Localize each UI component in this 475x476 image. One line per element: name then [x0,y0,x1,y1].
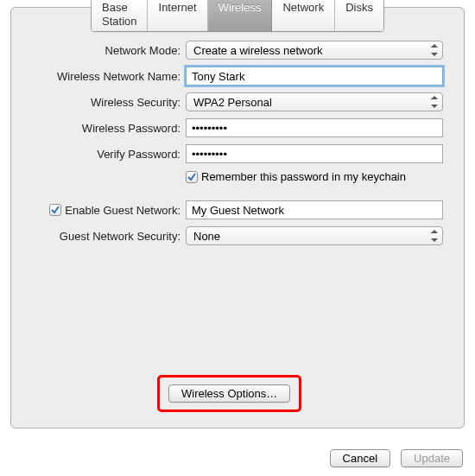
highlight-frame: Wireless Options… [157,375,301,412]
settings-tabs: Base Station Internet Wireless Network D… [91,0,384,32]
tab-disks[interactable]: Disks [335,0,383,31]
tab-internet[interactable]: Internet [149,0,208,31]
enable-guest-label: Enable Guest Network: [65,204,180,217]
remember-keychain-row[interactable]: Remember this password in my keychain [186,170,443,183]
tab-base-station[interactable]: Base Station [92,0,148,31]
dialog-footer: Cancel Update [330,449,463,467]
check-icon [187,173,196,181]
verify-password-input[interactable] [186,144,443,163]
updown-icon [430,43,439,57]
network-mode-label: Network Mode: [32,44,186,57]
wireless-name-label: Wireless Network Name: [32,70,186,83]
enable-guest-checkbox[interactable] [49,204,61,216]
remember-keychain-checkbox[interactable] [186,171,198,183]
wireless-security-label: Wireless Security: [32,96,186,109]
wireless-name-input[interactable] [186,67,443,86]
updown-icon [430,95,439,109]
wireless-security-select[interactable]: WPA2 Personal [186,92,443,111]
wireless-password-input[interactable] [186,118,443,137]
wireless-settings-panel: Base Station Internet Wireless Network D… [10,7,465,428]
check-icon [51,206,60,214]
guest-security-label: Guest Network Security: [32,230,186,243]
cancel-button[interactable]: Cancel [330,449,390,467]
update-button[interactable]: Update [401,449,463,467]
tab-network[interactable]: Network [272,0,335,31]
verify-password-label: Verify Password: [32,148,186,161]
network-mode-select[interactable]: Create a wireless network [186,41,443,60]
remember-keychain-label: Remember this password in my keychain [201,170,406,183]
tab-wireless[interactable]: Wireless [208,0,273,31]
updown-icon [430,229,439,243]
wireless-password-label: Wireless Password: [32,122,186,135]
guest-security-select[interactable]: None [186,226,443,245]
wireless-form: Network Mode: Create a wireless network … [11,34,464,245]
guest-network-name-input[interactable] [186,200,443,219]
wireless-options-button[interactable]: Wireless Options… [168,384,290,403]
